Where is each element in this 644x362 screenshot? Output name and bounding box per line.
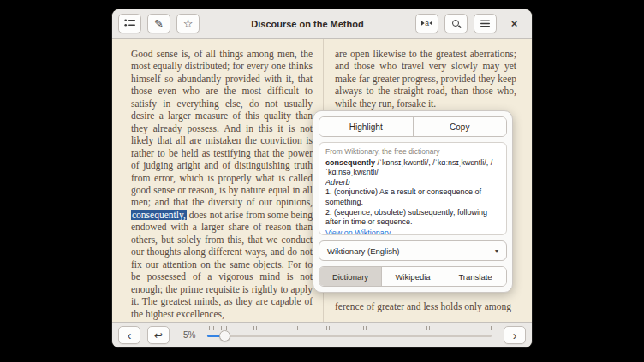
chevron-right-icon: ›: [513, 329, 517, 341]
dictionary-source-note: From Wiktionary, the free dictionary: [325, 147, 500, 157]
right-page-bottom-line: ference of greater and less holds only a…: [335, 301, 516, 312]
copy-button[interactable]: Copy: [413, 117, 507, 136]
dropdown-selected-value: Wiktionary (English): [327, 246, 399, 256]
right-page-column: are open likewise to the greatest aberra…: [335, 39, 516, 110]
lookup-mode-tabs: Dictionary Wikipedia Translate: [319, 266, 507, 287]
dictionary-source-dropdown[interactable]: Wiktionary (English) ▾: [319, 240, 507, 261]
chevron-left-icon: ‹: [128, 329, 132, 341]
sidebar-toggle-button[interactable]: [118, 14, 141, 33]
tab-wikipedia[interactable]: Wikipedia: [381, 267, 444, 286]
definition-1: 1. (conjunctive) As a result or conseque…: [325, 187, 500, 207]
close-icon: ×: [511, 18, 518, 29]
slider-handle[interactable]: [219, 330, 230, 341]
headerbar: ✎ ☆ Discourse on the Method a: [112, 9, 532, 39]
tab-translate[interactable]: Translate: [444, 267, 506, 286]
search-icon: [452, 20, 460, 27]
progress-percent: 5%: [183, 330, 195, 340]
headerbar-left: ✎ ☆: [118, 14, 200, 33]
navigation-bar: ‹ ↩ 5% ›: [112, 322, 532, 347]
highlight-button[interactable]: Highlight: [319, 117, 413, 136]
next-page-button[interactable]: ›: [504, 326, 526, 344]
slider-track: [207, 335, 492, 337]
progress-slider[interactable]: [207, 323, 492, 348]
close-button[interactable]: ×: [503, 14, 526, 33]
back-location-button[interactable]: ↩: [147, 326, 170, 344]
undo-arrow-icon: ↩: [154, 330, 163, 341]
selection-actions: Highlight Copy: [319, 116, 507, 137]
dictionary-headword-line: consequently /ˈkɒnsɪˌkwɛntli/, /ˈkɑːnsɪˌ…: [325, 158, 500, 178]
chevron-down-icon: ▾: [495, 247, 498, 255]
left-page-column: Good sense is, of all things among men, …: [131, 39, 313, 320]
tab-dictionary[interactable]: Dictionary: [319, 267, 381, 286]
lookup-popover: Highlight Copy From Wiktionary, the free…: [313, 110, 513, 293]
pencil-icon: ✎: [154, 18, 164, 29]
part-of-speech: Adverb: [325, 178, 500, 188]
window-title: Discourse on the Method: [200, 19, 415, 29]
right-page-text: are open likewise to the greatest aberra…: [335, 48, 516, 110]
star-icon: ☆: [183, 18, 194, 29]
definition-2: 2. (sequence, obsolete) subsequently, fo…: [325, 208, 500, 228]
selected-word[interactable]: consequently,: [131, 210, 187, 220]
text-after-selection: does not arise from some being endowed w…: [131, 210, 313, 319]
left-page-text: Good sense is, of all things among men, …: [131, 48, 313, 320]
text-width-icon: a: [420, 19, 433, 29]
reading-area: Good sense is, of all things among men, …: [112, 39, 532, 323]
annotations-button[interactable]: ✎: [147, 14, 170, 33]
svg-text:a: a: [425, 19, 429, 27]
search-button[interactable]: [444, 14, 468, 33]
text-before-selection: Good sense is, of all things among men, …: [131, 49, 313, 207]
menu-button[interactable]: [474, 14, 497, 33]
screen: ✎ ☆ Discourse on the Method a: [0, 0, 644, 362]
contents-list-icon: [124, 18, 135, 29]
headerbar-right: a ×: [415, 14, 526, 33]
prev-page-button[interactable]: ‹: [118, 326, 140, 344]
bookmark-button[interactable]: ☆: [176, 14, 200, 33]
view-on-wiktionary-link[interactable]: View on Wiktionary: [325, 228, 391, 235]
app-window: ✎ ☆ Discourse on the Method a: [111, 9, 533, 348]
text-width-button[interactable]: a: [415, 14, 438, 33]
hamburger-icon: [480, 19, 490, 29]
headword: consequently: [325, 158, 375, 167]
dictionary-result: From Wiktionary, the free dictionary con…: [319, 142, 507, 235]
